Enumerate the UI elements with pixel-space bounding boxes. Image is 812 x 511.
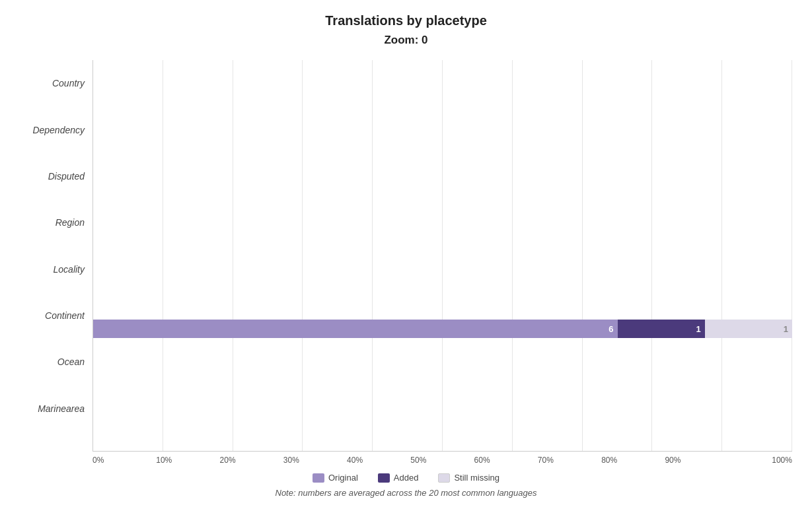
y-label-ocean: Ocean: [57, 357, 85, 366]
bar-row-disputed: [93, 158, 792, 207]
chart-title: Translations by placetype: [325, 13, 487, 28]
bar-row-ocean: [93, 353, 792, 402]
chart-note: Note: numbers are averaged across the 20…: [276, 488, 537, 498]
chart-area: CountryDependencyDisputedRegionLocalityC…: [20, 60, 792, 465]
y-label-dependency: Dependency: [32, 125, 85, 135]
bar-row-continent: 611: [93, 304, 792, 353]
y-label-country: Country: [52, 79, 85, 88]
bar-added-continent: 1: [618, 320, 705, 338]
legend-original-label: Original: [328, 473, 358, 483]
bar-row-locality: [93, 256, 792, 304]
chart-subtitle: Zoom: 0: [384, 34, 427, 47]
bar-track-country: [93, 75, 792, 94]
bar-track-dependency: [93, 124, 792, 143]
x-tick-1: 10%: [156, 456, 219, 465]
x-tick-9: 90%: [665, 456, 728, 465]
bar-original-continent: 6: [93, 320, 618, 338]
chart-container: Translations by placetype Zoom: 0 Countr…: [0, 0, 812, 511]
legend-original: Original: [313, 473, 358, 483]
y-label-disputed: Disputed: [48, 172, 85, 181]
legend-added: Added: [378, 473, 419, 483]
bar-track-continent: 611: [93, 320, 792, 338]
x-tick-2: 20%: [220, 456, 283, 465]
bar-row-country: [93, 60, 792, 109]
x-tick-6: 60%: [474, 456, 538, 465]
x-tick-3: 30%: [283, 456, 347, 465]
x-tick-5: 50%: [410, 456, 474, 465]
bar-row-region: [93, 207, 792, 256]
y-label-locality: Locality: [54, 265, 85, 274]
y-label-marinearea: Marinearea: [38, 404, 85, 413]
x-tick-10: 100%: [729, 456, 792, 465]
legend-missing: Still missing: [438, 473, 499, 483]
x-tick-0: 0%: [92, 456, 156, 465]
legend-original-swatch: [313, 473, 324, 483]
bar-row-marinearea: [93, 402, 792, 451]
legend-missing-label: Still missing: [454, 473, 499, 483]
y-axis: CountryDependencyDisputedRegionLocalityC…: [20, 60, 92, 465]
bar-track-ocean: [93, 368, 792, 387]
bar-track-disputed: [93, 173, 792, 191]
bar-track-marinearea: [93, 417, 792, 436]
x-axis: 0%10%20%30%40%50%60%70%80%90%100%: [92, 452, 792, 465]
plot-area: 611 0%10%20%30%40%50%60%70%80%90%100%: [92, 60, 792, 465]
x-tick-7: 70%: [538, 456, 601, 465]
legend: Original Added Still missing: [313, 473, 499, 483]
bars-region: 611: [92, 60, 792, 452]
y-label-continent: Continent: [45, 311, 85, 320]
bar-missing-continent: 1: [705, 320, 792, 338]
legend-missing-swatch: [438, 473, 450, 483]
bar-track-region: [93, 222, 792, 240]
legend-added-swatch: [378, 473, 390, 483]
bar-track-locality: [93, 271, 792, 289]
x-tick-4: 40%: [347, 456, 410, 465]
x-tick-8: 80%: [601, 456, 665, 465]
bar-row-dependency: [93, 109, 792, 158]
y-label-region: Region: [55, 218, 85, 227]
legend-added-label: Added: [394, 473, 419, 483]
